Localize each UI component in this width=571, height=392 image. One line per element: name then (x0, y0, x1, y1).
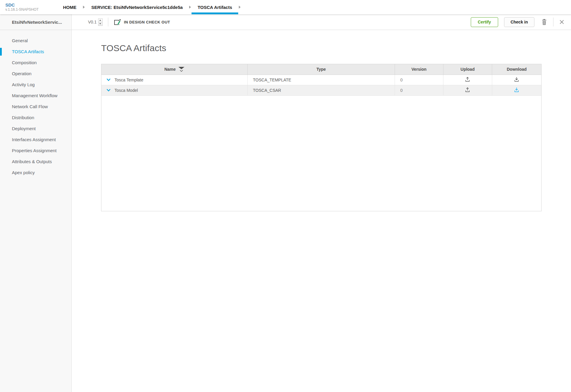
sidebar-item-composition[interactable]: Composition (0, 57, 71, 68)
artifact-version: 0 (395, 75, 443, 85)
breadcrumb-home[interactable]: HOME (63, 0, 76, 14)
artifact-type: TOSCA_TEMPLATE (247, 75, 395, 85)
download-icon[interactable] (514, 76, 520, 83)
lifecycle-status: IN DESIGN CHECK OUT (114, 18, 170, 26)
sub-header-row: EtsiNfvNetworkServic... V0.1 (0, 14, 571, 30)
close-icon (559, 19, 564, 25)
column-header-type[interactable]: Type (247, 64, 395, 75)
sidebar-item-management-workflow[interactable]: Management Workflow (0, 90, 71, 101)
check-in-button[interactable]: Check in (504, 17, 534, 27)
toolbar-actions: Certify Check in (471, 17, 564, 27)
spinner-down-icon[interactable] (98, 22, 102, 26)
page-title: TOSCA Artifacts (101, 43, 571, 53)
artifacts-table: Name Type Version Upload Downloa (101, 64, 542, 211)
column-header-version[interactable]: Version (395, 64, 443, 75)
service-name-title: EtsiNfvNetworkServic... (0, 14, 72, 30)
breadcrumb-service[interactable]: SERVICE: EtsiNfvNetworkService5c1dde5a (91, 0, 183, 14)
artifact-version: 0 (395, 85, 443, 95)
main-content: TOSCA Artifacts Name (72, 30, 571, 392)
upload-icon[interactable] (465, 87, 470, 94)
trash-icon (541, 18, 548, 26)
close-button[interactable] (559, 19, 564, 25)
sidebar-item-properties-assignment[interactable]: Properties Assignment (0, 145, 71, 156)
sidebar-item-tosca-artifacts[interactable]: TOSCA Artifacts (0, 46, 71, 57)
sidebar-item-attributes-outputs[interactable]: Attributes & Outputs (0, 156, 71, 167)
table-row-tosca-template: Tosca Template TOSCA_TEMPLATE 0 (101, 75, 541, 85)
version-value: V0.1 (88, 20, 97, 24)
column-header-download[interactable]: Download (492, 64, 541, 75)
lifecycle-status-text: IN DESIGN CHECK OUT (124, 20, 170, 24)
logo-text: SDC (5, 2, 58, 7)
artifact-name: Tosca Model (114, 88, 138, 93)
sidebar-item-deployment[interactable]: Deployment (0, 123, 71, 134)
action-toolbar: V0.1 IN DESIGN CHECK OUT (72, 14, 571, 30)
left-nav-sidebar: General TOSCA Artifacts Composition Oper… (0, 30, 72, 392)
breadcrumb-tosca-artifacts[interactable]: TOSCA Artifacts (197, 0, 232, 14)
sort-descending-icon[interactable] (178, 67, 184, 72)
breadcrumb: HOME SERVICE: EtsiNfvNetworkService5c1dd… (63, 0, 247, 14)
column-header-upload[interactable]: Upload (443, 64, 492, 75)
sidebar-item-interfaces-assignment[interactable]: Interfaces Assignment (0, 134, 71, 145)
checkout-pencil-icon (114, 18, 121, 26)
sdc-logo: SDC v.1.16.1-SNAPSHOT (5, 0, 58, 14)
toolbar-divider (553, 18, 553, 26)
sdc-app: SDC v.1.16.1-SNAPSHOT HOME SERVICE: Etsi… (0, 0, 571, 392)
spinner-up-icon[interactable] (98, 19, 102, 22)
column-header-name-label: Name (164, 67, 176, 72)
sidebar-item-activity-log[interactable]: Activity Log (0, 79, 71, 90)
top-nav-bar: SDC v.1.16.1-SNAPSHOT HOME SERVICE: Etsi… (0, 0, 571, 14)
column-header-name[interactable]: Name (101, 64, 247, 75)
breadcrumb-arrow-icon (239, 6, 241, 9)
breadcrumb-arrow-icon (189, 6, 191, 9)
version-selector[interactable]: V0.1 (88, 18, 103, 26)
table-row-tosca-model: Tosca Model TOSCA_CSAR 0 (101, 85, 541, 95)
sidebar-item-distribution[interactable]: Distribution (0, 112, 71, 123)
version-spinner[interactable] (98, 18, 103, 26)
toolbar-divider (108, 18, 108, 26)
sidebar-item-apex-policy[interactable]: Apex policy (0, 167, 71, 178)
body: General TOSCA Artifacts Composition Oper… (0, 30, 571, 392)
download-icon-highlighted[interactable] (514, 87, 520, 94)
table-header-row: Name Type Version Upload Downloa (101, 64, 541, 75)
artifact-name: Tosca Template (114, 78, 143, 82)
sidebar-item-network-call-flow[interactable]: Network Call Flow (0, 101, 71, 112)
expand-chevron-down-icon[interactable] (106, 89, 111, 92)
delete-button[interactable] (541, 18, 548, 26)
sidebar-item-general[interactable]: General (0, 35, 71, 46)
app-version-text: v.1.16.1-SNAPSHOT (5, 8, 58, 12)
artifact-type: TOSCA_CSAR (247, 85, 395, 95)
expand-chevron-down-icon[interactable] (106, 78, 111, 81)
sidebar-item-operation[interactable]: Operation (0, 68, 71, 79)
upload-icon[interactable] (465, 76, 470, 83)
breadcrumb-arrow-icon (83, 6, 85, 9)
certify-button[interactable]: Certify (471, 17, 498, 27)
